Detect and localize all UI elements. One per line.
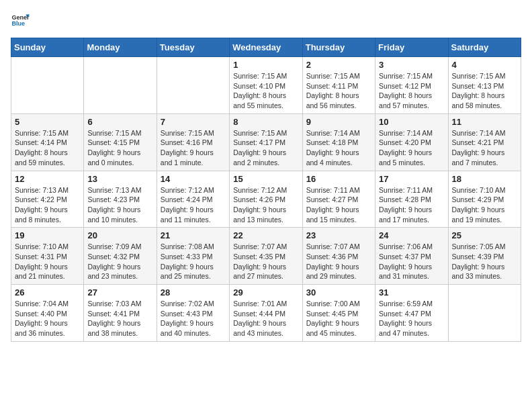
day-number: 17 [379,174,444,184]
calendar-day-cell: 10Sunrise: 7:14 AM Sunset: 4:20 PM Dayli… [375,113,448,171]
calendar-day-cell: 3Sunrise: 7:15 AM Sunset: 4:12 PM Daylig… [375,57,448,114]
day-info: Sunrise: 7:15 AM Sunset: 4:15 PM Dayligh… [87,128,152,168]
day-number: 29 [233,287,298,298]
calendar-day-cell: 2Sunrise: 7:15 AM Sunset: 4:11 PM Daylig… [302,57,375,114]
generalblue-logo-icon: General Blue [11,11,30,30]
calendar-day-cell: 8Sunrise: 7:15 AM Sunset: 4:17 PM Daylig… [230,113,302,171]
day-number: 28 [161,287,226,298]
calendar-day-cell: 12Sunrise: 7:13 AM Sunset: 4:22 PM Dayli… [11,171,84,228]
day-of-week-header: Thursday [302,38,375,57]
day-number: 10 [379,117,444,127]
calendar-week-row: 19Sunrise: 7:10 AM Sunset: 4:31 PM Dayli… [11,228,521,285]
calendar-day-cell: 4Sunrise: 7:15 AM Sunset: 4:13 PM Daylig… [448,57,521,114]
day-info: Sunrise: 7:08 AM Sunset: 4:33 PM Dayligh… [161,242,226,281]
day-number: 3 [379,60,444,70]
logo: General Blue [11,11,30,30]
day-info: Sunrise: 7:09 AM Sunset: 4:32 PM Dayligh… [87,242,152,281]
day-number: 8 [233,117,298,127]
day-info: Sunrise: 7:14 AM Sunset: 4:18 PM Dayligh… [306,128,371,168]
calendar-day-cell: 21Sunrise: 7:08 AM Sunset: 4:33 PM Dayli… [157,228,229,285]
day-info: Sunrise: 7:12 AM Sunset: 4:24 PM Dayligh… [161,185,226,225]
day-number: 5 [15,117,80,127]
calendar-day-cell: 11Sunrise: 7:14 AM Sunset: 4:21 PM Dayli… [448,113,521,171]
calendar-day-cell: 22Sunrise: 7:07 AM Sunset: 4:35 PM Dayli… [230,228,302,285]
day-number: 6 [87,117,152,127]
day-number: 2 [306,60,371,70]
calendar-week-row: 1Sunrise: 7:15 AM Sunset: 4:10 PM Daylig… [11,57,521,114]
calendar-day-cell: 5Sunrise: 7:15 AM Sunset: 4:14 PM Daylig… [11,113,84,171]
svg-text:Blue: Blue [11,20,25,27]
day-number: 14 [161,174,226,184]
day-number: 26 [15,287,80,298]
day-number: 30 [306,287,371,298]
day-info: Sunrise: 7:05 AM Sunset: 4:39 PM Dayligh… [452,242,517,281]
page-header: General Blue [11,11,521,30]
calendar-day-cell: 6Sunrise: 7:15 AM Sunset: 4:15 PM Daylig… [84,113,157,171]
day-number: 23 [306,230,371,240]
calendar-day-cell: 13Sunrise: 7:13 AM Sunset: 4:23 PM Dayli… [84,171,157,228]
day-number: 11 [452,117,517,127]
day-info: Sunrise: 7:14 AM Sunset: 4:20 PM Dayligh… [379,128,444,168]
day-info: Sunrise: 7:06 AM Sunset: 4:37 PM Dayligh… [379,242,444,281]
calendar-day-cell: 28Sunrise: 7:02 AM Sunset: 4:43 PM Dayli… [157,285,229,342]
calendar-day-cell: 16Sunrise: 7:11 AM Sunset: 4:27 PM Dayli… [302,171,375,228]
day-info: Sunrise: 7:11 AM Sunset: 4:27 PM Dayligh… [306,185,371,225]
calendar-table: SundayMondayTuesdayWednesdayThursdayFrid… [11,38,521,342]
calendar-day-cell: 31Sunrise: 6:59 AM Sunset: 4:47 PM Dayli… [375,285,448,342]
calendar-day-cell: 27Sunrise: 7:03 AM Sunset: 4:41 PM Dayli… [84,285,157,342]
calendar-day-cell: 30Sunrise: 7:00 AM Sunset: 4:45 PM Dayli… [302,285,375,342]
calendar-day-cell [157,57,229,114]
day-number: 31 [379,287,444,298]
day-number: 27 [87,287,152,298]
day-info: Sunrise: 7:15 AM Sunset: 4:12 PM Dayligh… [379,71,444,111]
calendar-week-row: 26Sunrise: 7:04 AM Sunset: 4:40 PM Dayli… [11,285,521,342]
day-of-week-header: Wednesday [230,38,302,57]
calendar-day-cell [84,57,157,114]
calendar-day-cell: 24Sunrise: 7:06 AM Sunset: 4:37 PM Dayli… [375,228,448,285]
day-number: 4 [452,60,517,70]
calendar-day-cell: 18Sunrise: 7:10 AM Sunset: 4:29 PM Dayli… [448,171,521,228]
day-info: Sunrise: 7:15 AM Sunset: 4:11 PM Dayligh… [306,71,371,111]
day-number: 18 [452,174,517,184]
day-info: Sunrise: 7:02 AM Sunset: 4:43 PM Dayligh… [161,299,226,338]
day-info: Sunrise: 7:15 AM Sunset: 4:14 PM Dayligh… [15,128,80,168]
day-info: Sunrise: 7:00 AM Sunset: 4:45 PM Dayligh… [306,299,371,338]
day-of-week-header: Friday [375,38,448,57]
day-number: 16 [306,174,371,184]
day-number: 24 [379,230,444,240]
day-info: Sunrise: 7:14 AM Sunset: 4:21 PM Dayligh… [452,128,517,168]
calendar-day-cell: 20Sunrise: 7:09 AM Sunset: 4:32 PM Dayli… [84,228,157,285]
day-info: Sunrise: 7:15 AM Sunset: 4:17 PM Dayligh… [233,128,298,168]
day-info: Sunrise: 7:15 AM Sunset: 4:13 PM Dayligh… [452,71,517,111]
day-number: 13 [87,174,152,184]
calendar-day-cell: 26Sunrise: 7:04 AM Sunset: 4:40 PM Dayli… [11,285,84,342]
day-info: Sunrise: 7:13 AM Sunset: 4:23 PM Dayligh… [87,185,152,225]
day-number: 1 [233,60,298,70]
calendar-day-cell: 23Sunrise: 7:07 AM Sunset: 4:36 PM Dayli… [302,228,375,285]
calendar-day-cell: 17Sunrise: 7:11 AM Sunset: 4:28 PM Dayli… [375,171,448,228]
day-info: Sunrise: 7:12 AM Sunset: 4:26 PM Dayligh… [233,185,298,225]
days-header-row: SundayMondayTuesdayWednesdayThursdayFrid… [11,38,521,57]
day-info: Sunrise: 7:07 AM Sunset: 4:35 PM Dayligh… [233,242,298,281]
day-number: 9 [306,117,371,127]
day-info: Sunrise: 7:03 AM Sunset: 4:41 PM Dayligh… [87,299,152,338]
day-info: Sunrise: 7:07 AM Sunset: 4:36 PM Dayligh… [306,242,371,281]
day-number: 15 [233,174,298,184]
day-number: 21 [161,230,226,240]
calendar-day-cell: 29Sunrise: 7:01 AM Sunset: 4:44 PM Dayli… [230,285,302,342]
calendar-day-cell: 7Sunrise: 7:15 AM Sunset: 4:16 PM Daylig… [157,113,229,171]
calendar-day-cell: 14Sunrise: 7:12 AM Sunset: 4:24 PM Dayli… [157,171,229,228]
calendar-day-cell: 9Sunrise: 7:14 AM Sunset: 4:18 PM Daylig… [302,113,375,171]
day-of-week-header: Saturday [448,38,521,57]
calendar-day-cell: 19Sunrise: 7:10 AM Sunset: 4:31 PM Dayli… [11,228,84,285]
day-info: Sunrise: 7:10 AM Sunset: 4:31 PM Dayligh… [15,242,80,281]
calendar-day-cell: 1Sunrise: 7:15 AM Sunset: 4:10 PM Daylig… [230,57,302,114]
day-number: 19 [15,230,80,240]
day-info: Sunrise: 7:10 AM Sunset: 4:29 PM Dayligh… [452,185,517,225]
day-number: 12 [15,174,80,184]
day-info: Sunrise: 6:59 AM Sunset: 4:47 PM Dayligh… [379,299,444,338]
calendar-day-cell: 15Sunrise: 7:12 AM Sunset: 4:26 PM Dayli… [230,171,302,228]
day-info: Sunrise: 7:13 AM Sunset: 4:22 PM Dayligh… [15,185,80,225]
day-info: Sunrise: 7:15 AM Sunset: 4:10 PM Dayligh… [233,71,298,111]
day-number: 20 [87,230,152,240]
